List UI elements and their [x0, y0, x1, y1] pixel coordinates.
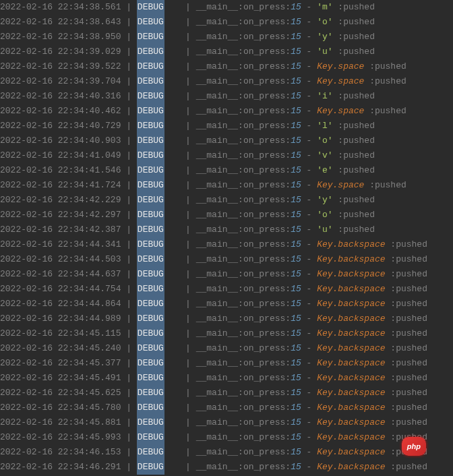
log-level-pad	[164, 74, 185, 89]
log-module: __main__:on_press:	[196, 430, 291, 445]
log-lineno: 15	[291, 208, 301, 222]
log-module: __main__:on_press:	[196, 341, 291, 356]
log-timestamp: 2022-02-16 22:34:42.297	[0, 208, 121, 222]
log-level: DEBUG	[137, 222, 164, 237]
log-message: :pushed	[386, 252, 427, 267]
log-separator: |	[121, 148, 136, 163]
log-separator: |	[185, 44, 196, 59]
log-key: Key.backspace	[317, 341, 385, 356]
log-separator: |	[121, 311, 136, 326]
log-key: Key.backspace	[317, 460, 385, 475]
log-separator: |	[185, 341, 196, 356]
log-separator: |	[185, 356, 196, 371]
log-module: __main__:on_press:	[196, 400, 291, 415]
log-timestamp: 2022-02-16 22:34:40.316	[0, 89, 121, 104]
log-timestamp: 2022-02-16 22:34:45.491	[0, 371, 121, 386]
log-key: Key.backspace	[317, 400, 385, 415]
log-dash: -	[301, 44, 317, 59]
log-separator: |	[185, 415, 196, 430]
log-lineno: 15	[291, 104, 301, 119]
log-separator: |	[121, 44, 136, 59]
log-key: Key.backspace	[317, 430, 385, 445]
log-level-pad	[164, 400, 185, 415]
log-timestamp: 2022-02-16 22:34:44.989	[0, 311, 121, 326]
log-message: :pushed	[386, 297, 427, 311]
log-level-pad	[164, 252, 185, 267]
log-message: :pushed	[333, 119, 375, 133]
log-module: __main__:on_press:	[196, 267, 291, 282]
log-message: :pushed	[333, 133, 375, 148]
log-separator: |	[121, 460, 136, 475]
log-module: __main__:on_press:	[196, 59, 291, 74]
log-module: __main__:on_press:	[196, 356, 291, 371]
log-separator: |	[121, 74, 136, 89]
log-key: Key.space	[317, 178, 364, 193]
log-lineno: 15	[291, 386, 301, 400]
log-dash: -	[301, 415, 317, 430]
log-level-pad	[164, 430, 185, 445]
log-separator: |	[121, 237, 136, 252]
log-message: :pushed	[333, 148, 375, 163]
log-line: 2022-02-16 22:34:42.387 | DEBUG | __main…	[0, 222, 453, 237]
log-separator: |	[121, 222, 136, 237]
log-timestamp: 2022-02-16 22:34:44.341	[0, 237, 121, 252]
log-module: __main__:on_press:	[196, 133, 291, 148]
log-line: 2022-02-16 22:34:44.989 | DEBUG | __main…	[0, 311, 453, 326]
log-separator: |	[185, 163, 196, 178]
log-timestamp: 2022-02-16 22:34:44.754	[0, 282, 121, 297]
log-message: :pushed	[333, 222, 375, 237]
log-key: Key.backspace	[317, 267, 385, 282]
log-key: 'v'	[317, 148, 332, 163]
log-message: :pushed	[386, 311, 427, 326]
log-dash: -	[301, 15, 317, 30]
log-dash: -	[301, 430, 317, 445]
log-lineno: 15	[291, 15, 301, 30]
log-module: __main__:on_press:	[196, 104, 291, 119]
log-key: Key.backspace	[317, 445, 385, 460]
log-message: :pushed	[386, 326, 427, 341]
log-module: __main__:on_press:	[196, 326, 291, 341]
log-level-pad	[164, 326, 185, 341]
log-message: :pushed	[333, 44, 375, 59]
log-separator: |	[185, 59, 196, 74]
log-line: 2022-02-16 22:34:45.881 | DEBUG | __main…	[0, 415, 453, 430]
log-separator: |	[185, 222, 196, 237]
log-timestamp: 2022-02-16 22:34:45.993	[0, 430, 121, 445]
log-dash: -	[301, 445, 317, 460]
log-separator: |	[121, 178, 136, 193]
log-separator: |	[121, 252, 136, 267]
log-separator: |	[185, 430, 196, 445]
log-message: :pushed	[386, 386, 427, 400]
log-separator: |	[121, 371, 136, 386]
log-lineno: 15	[291, 252, 301, 267]
log-timestamp: 2022-02-16 22:34:44.864	[0, 297, 121, 311]
log-module: __main__:on_press:	[196, 297, 291, 311]
log-separator: |	[185, 119, 196, 133]
log-dash: -	[301, 74, 317, 89]
log-message: :pushed	[386, 341, 427, 356]
log-level-pad	[164, 415, 185, 430]
log-separator: |	[121, 445, 136, 460]
log-lineno: 15	[291, 148, 301, 163]
log-separator: |	[121, 208, 136, 222]
log-lineno: 15	[291, 133, 301, 148]
log-level-pad	[164, 356, 185, 371]
log-level-pad	[164, 371, 185, 386]
log-level: DEBUG	[137, 430, 164, 445]
log-line: 2022-02-16 22:34:41.049 | DEBUG | __main…	[0, 148, 453, 163]
log-dash: -	[301, 193, 317, 208]
log-line: 2022-02-16 22:34:44.754 | DEBUG | __main…	[0, 282, 453, 297]
log-lineno: 15	[291, 267, 301, 282]
log-lineno: 15	[291, 400, 301, 415]
log-message: :pushed	[333, 163, 375, 178]
log-message: :pushed	[386, 415, 427, 430]
log-lineno: 15	[291, 222, 301, 237]
log-output: 2022-02-16 22:34:38.561 | DEBUG | __main…	[0, 0, 453, 475]
log-line: 2022-02-16 22:34:45.377 | DEBUG | __main…	[0, 356, 453, 371]
log-separator: |	[185, 267, 196, 282]
log-module: __main__:on_press:	[196, 163, 291, 178]
log-level-pad	[164, 178, 185, 193]
log-message: :pushed	[386, 400, 427, 415]
log-dash: -	[301, 59, 317, 74]
log-module: __main__:on_press:	[196, 148, 291, 163]
